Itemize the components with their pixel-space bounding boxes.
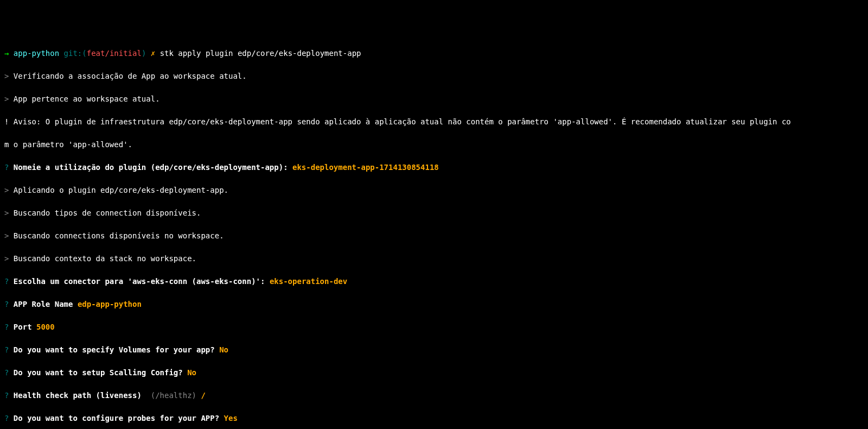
question-line[interactable]: ? APP Role Name edp-app-python (4, 299, 864, 310)
warning-line-2: m o parâmetro 'app-allowed'. (4, 139, 864, 150)
prompt-line[interactable]: → app-python git:(feat/initial) ✗ stk ap… (4, 48, 864, 59)
warning-line: ! Aviso: O plugin de infraestrutura edp/… (4, 116, 864, 128)
output-line: > Buscando contexto da stack no workspac… (4, 253, 864, 264)
question-line[interactable]: ? Do you want to setup Scalling Config? … (4, 367, 864, 378)
question-line[interactable]: ? Port 5000 (4, 321, 864, 333)
output-line: > Verificando a associação de App ao wor… (4, 71, 864, 82)
question-line[interactable]: ? Escolha um conector para 'aws-eks-conn… (4, 276, 864, 287)
question-line[interactable]: ? Do you want to configure probes for yo… (4, 413, 864, 424)
command: stk apply plugin edp/core/eks-deployment… (160, 49, 361, 58)
question-line[interactable]: ? Do you want to specify Volumes for you… (4, 344, 864, 356)
output-line: > Aplicando o plugin edp/core/eks-deploy… (4, 185, 864, 196)
output-line: > App pertence ao workspace atual. (4, 93, 864, 105)
question-line[interactable]: ? Nomeie a utilização do plugin (edp/cor… (4, 162, 864, 173)
git-branch: feat/initial (87, 49, 142, 58)
question-line[interactable]: ? Health check path (liveness) (/healthz… (4, 390, 864, 401)
output-line: > Buscando tipos de connection disponíve… (4, 207, 864, 219)
output-line: > Buscando connections disponíveis no wo… (4, 230, 864, 242)
prompt-arrow: → (4, 49, 14, 58)
dirty-mark: ✗ (146, 49, 159, 58)
git-pre: git:( (59, 49, 87, 58)
prompt-dir: app-python (14, 49, 59, 58)
